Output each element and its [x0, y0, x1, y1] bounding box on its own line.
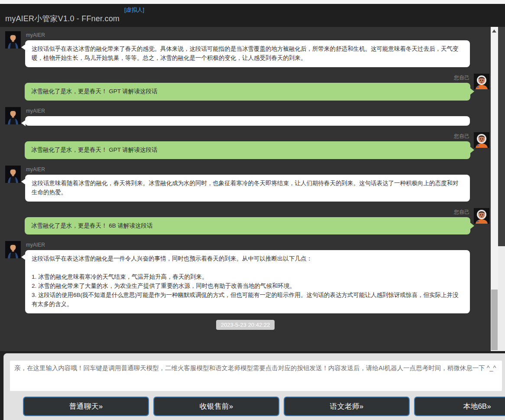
message-list: myAIER 这段话似乎在表达冰雪的融化带来了春天的感觉。具体来说，这段话可能指… [0, 31, 491, 313]
chat-message-ai: myAIER 这段话意味着随着冰雪的融化，春天将到来。冰雪融化成为水的同时，也象… [0, 166, 491, 202]
message-text: 这段话意味着随着冰雪的融化，春天将到来。冰雪融化成为水的同时，也象征着寒冷的冬天… [32, 180, 459, 195]
sender-name: 您自己 [25, 133, 469, 139]
message-bubble: 这段话意味着随着冰雪的融化，春天将到来。冰雪融化成为水的同时，也象征着寒冷的冬天… [25, 175, 470, 202]
sender-name: 您自己 [25, 209, 469, 215]
model-send-button-2[interactable]: 收银售前» [153, 397, 279, 416]
chat-message-ai: myAIER [0, 107, 491, 126]
user-avatar [474, 132, 489, 148]
message-text: 冰雪融化了是水，更是春天！ GPT 请解读这段话 [31, 88, 158, 94]
header: [虚拟人] myAIER小管家V1.0 - FFner.com [0, 4, 505, 27]
message-text: 冰雪融化了是水，更是春天！ GPT 请解读这段话 [31, 147, 158, 153]
virtual-person-link[interactable]: [虚拟人] [124, 6, 144, 14]
ai-avatar [5, 31, 21, 49]
model-button-label: 收银售前» [200, 402, 233, 410]
composer-zone: 普通聊天» 收银售前» 语文老师» 本地6B» [0, 351, 505, 420]
message-bubble: 这段话似乎在表达冰雪的融化是一件令人兴奋的事情，同时也预示着春天的到来。从中可以… [25, 250, 470, 313]
page-title: myAIER小管家V1.0 - FFner.com [5, 13, 120, 24]
sender-name: myAIER [26, 242, 470, 248]
message-bubble: 这段话似乎在表达冰雪的融化带来了春天的感觉。具体来说，这段话可能指的是当冰雪覆盖… [25, 40, 470, 67]
scroll-up-icon[interactable] [492, 29, 496, 33]
user-avatar [474, 74, 489, 89]
model-send-button-4[interactable]: 本地6B» [414, 397, 505, 416]
user-avatar [474, 208, 489, 224]
app-window: [虚拟人] myAIER小管家V1.0 - FFner.com myAIER 这… [0, 0, 505, 420]
chat-message-user: 您自己 冰雪融化了是水，更是春天！ GPT 请解读这段话 [0, 74, 491, 101]
top-strip [0, 0, 505, 4]
ai-avatar [5, 241, 21, 258]
chat-message-user: 您自己 冰雪融化了是水，更是春天！ 6B 请解读这段话 [0, 208, 491, 235]
chat-scrollbar-track[interactable] [491, 27, 498, 351]
sender-name: myAIER [26, 108, 470, 114]
sender-name: myAIER [26, 32, 470, 38]
model-send-button-1[interactable]: 普通聊天» [23, 397, 149, 416]
sender-name: myAIER [26, 166, 470, 173]
message-text: 这段话似乎在表达冰雪的融化带来了春天的感觉。具体来说，这段话可能指的是当冰雪覆盖… [32, 46, 459, 61]
model-button-label: 普通聊天» [69, 402, 103, 410]
message-text: 这段话似乎在表达冰雪的融化是一件令人兴奋的事情，同时也预示着春天的到来。从中可以… [32, 255, 459, 307]
chat-area: myAIER 这段话似乎在表达冰雪的融化带来了春天的感觉。具体来说，这段话可能指… [0, 27, 491, 351]
model-button-label: 语文老师» [330, 402, 363, 410]
message-bubble: 冰雪融化了是水，更是春天！ 6B 请解读这段话 [25, 217, 470, 235]
chat-message-ai: myAIER 这段话似乎在表达冰雪的融化带来了春天的感觉。具体来说，这段话可能指… [0, 31, 491, 67]
message-bubble: 冰雪融化了是水，更是春天！ GPT 请解读这段话 [25, 83, 470, 101]
message-text: 冰雪融化了是水，更是春天！ 6B 请解读这段话 [31, 222, 153, 229]
chat-input[interactable] [10, 361, 502, 391]
chat-scrollbar-thumb[interactable] [491, 290, 498, 350]
model-button-label: 本地6B» [463, 402, 491, 410]
page-scrollbar-thumb[interactable] [498, 27, 505, 246]
chat-message-ai: myAIER 这段话似乎在表达冰雪的融化是一件令人兴奋的事情，同时也预示着春天的… [0, 241, 491, 313]
page-scrollbar-track[interactable] [498, 27, 505, 353]
composer-panel: 普通聊天» 收银售前» 语文老师» 本地6B» [3, 353, 505, 420]
model-button-row: 普通聊天» 收银售前» 语文老师» 本地6B» [4, 397, 505, 416]
message-bubble: 冰雪融化了是水，更是春天！ GPT 请解读这段话 [25, 141, 470, 159]
model-send-button-3[interactable]: 语文老师» [284, 397, 410, 416]
chat-message-user: 您自己 冰雪融化了是水，更是春天！ GPT 请解读这段话 [0, 132, 491, 159]
sender-name: 您自己 [25, 75, 469, 81]
ai-avatar [5, 107, 21, 124]
message-bubble [25, 116, 470, 126]
timestamp-badge: 2023-5-23 20:42:22 [216, 320, 275, 330]
ai-avatar [5, 166, 21, 183]
